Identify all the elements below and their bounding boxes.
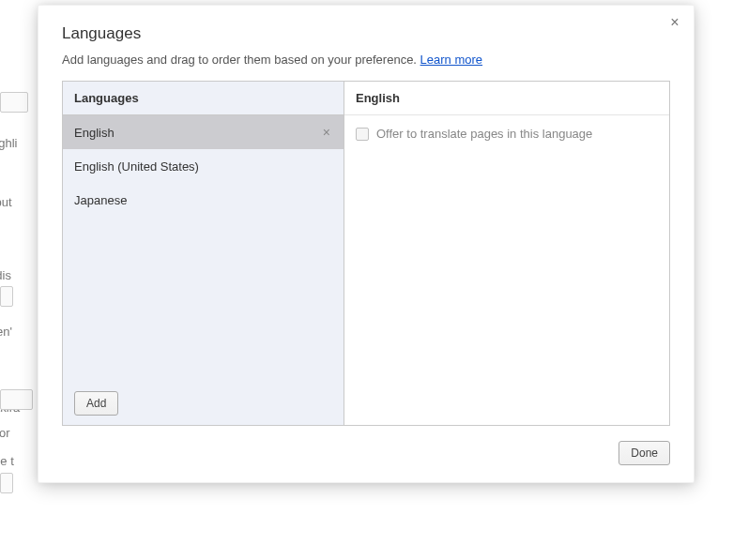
language-item-english[interactable]: English ×	[63, 115, 344, 149]
bg-text: comput	[0, 195, 12, 209]
bg-text: ge highli	[0, 136, 17, 150]
languages-list-header: Languages	[63, 82, 344, 115]
bg-input	[0, 286, 13, 307]
languages-list: English × English (United States) × Japa…	[63, 115, 344, 382]
dialog-description-text: Add languages and drag to order them bas…	[62, 53, 420, 67]
language-item-label: English	[74, 126, 115, 140]
languages-left-pane: Languages English × English (United Stat…	[63, 82, 344, 425]
bg-input	[0, 92, 28, 113]
dialog-footer: Done	[38, 426, 694, 465]
translate-option-row[interactable]: Offer to translate pages in this languag…	[356, 127, 658, 141]
bg-text: ain file t	[0, 454, 14, 468]
language-item-japanese[interactable]: Japanese ×	[63, 183, 344, 217]
translate-option-label: Offer to translate pages in this languag…	[376, 127, 592, 141]
language-item-label: Japanese	[74, 193, 127, 207]
languages-dialog: × Languages Add languages and drag to or…	[38, 5, 695, 483]
bg-text: e befor	[0, 426, 9, 440]
done-button[interactable]: Done	[618, 441, 670, 465]
remove-language-icon[interactable]: ×	[321, 125, 332, 140]
content-panel: Languages English × English (United Stat…	[62, 81, 670, 426]
languages-left-footer: Add	[63, 382, 344, 425]
bg-input	[0, 473, 13, 493]
selected-language-header: English	[344, 82, 669, 115]
add-language-button[interactable]: Add	[74, 391, 118, 416]
bg-input	[0, 389, 33, 410]
learn-more-link[interactable]: Learn more	[420, 53, 482, 67]
close-icon[interactable]: ×	[665, 13, 684, 32]
dialog-title: Languages	[38, 6, 694, 53]
translate-checkbox[interactable]	[356, 128, 369, 141]
bg-text: at aren'	[0, 325, 12, 339]
languages-right-pane: English Offer to translate pages in this…	[344, 82, 669, 425]
bg-text: and dis	[0, 268, 11, 282]
dialog-description: Add languages and drag to order them bas…	[38, 53, 694, 81]
language-item-english-us[interactable]: English (United States) ×	[63, 149, 344, 183]
language-item-label: English (United States)	[74, 159, 199, 174]
language-options: Offer to translate pages in this languag…	[344, 115, 669, 152]
